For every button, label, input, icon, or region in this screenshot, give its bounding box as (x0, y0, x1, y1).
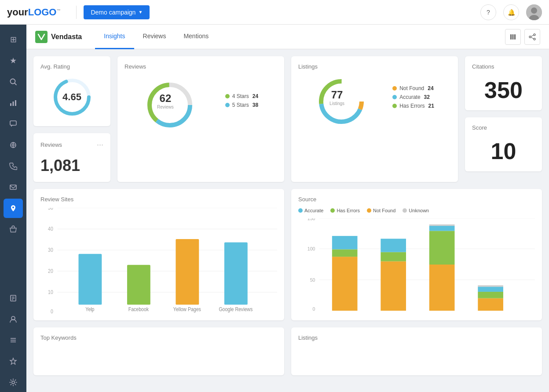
svg-text:20: 20 (48, 269, 53, 274)
listings-bottom-card: Listings (291, 327, 542, 375)
brand-icon (35, 31, 48, 43)
accurate-dot (298, 208, 303, 213)
dashboard: Avg. Rating 4.65 Reviews ··· 1,081 (26, 49, 549, 382)
chevron-down-icon: ▼ (138, 10, 143, 15)
nav-right: ? 🔔 (480, 4, 542, 20)
divider (76, 6, 77, 19)
citations-value: 350 (472, 77, 535, 103)
sidebar-item-user[interactable] (4, 309, 23, 329)
sidebar-item-clipboard[interactable] (4, 288, 23, 308)
svg-text:30: 30 (48, 247, 53, 253)
reviews-chart-title: Reviews (124, 63, 277, 70)
svg-text:100: 100 (307, 246, 315, 252)
main-wrapper: Vendasta Insights Reviews Mentions (26, 25, 549, 382)
score-title: Score (472, 124, 535, 131)
sidebar-item-search[interactable] (4, 72, 23, 91)
listings-bottom-content (298, 346, 535, 368)
logo: yourLOGO™ (7, 7, 60, 18)
svg-rect-8 (10, 121, 16, 125)
svg-text:50: 50 (310, 277, 315, 283)
notifications-button[interactable]: 🔔 (503, 4, 519, 20)
svg-rect-69 (381, 252, 406, 261)
sidebar-item-home[interactable]: ⊞ (4, 30, 23, 49)
score-value: 10 (472, 138, 535, 164)
reviews-chart-card: Reviews 62 Reviews (117, 56, 284, 182)
score-card: Score 10 (465, 117, 542, 171)
svg-point-21 (12, 381, 15, 382)
svg-rect-80 (478, 285, 503, 287)
errors-dot (330, 208, 335, 213)
left-sidebar: ⊞ ★ (0, 25, 26, 382)
tab-insights[interactable]: Insights (95, 25, 134, 49)
svg-point-12 (12, 207, 14, 208)
top-keywords-content (40, 346, 277, 368)
svg-text:150: 150 (307, 218, 315, 221)
source-card: Source Accurate Has Errors Not Found (291, 189, 542, 320)
svg-point-27 (534, 38, 535, 40)
legend-accurate: Accurate 32 (392, 94, 434, 100)
tab-mentions[interactable]: Mentions (175, 25, 217, 49)
review-sites-chart: 50 40 30 20 10 0 Yelp Facebook (40, 208, 277, 313)
reviews-count-title: Reviews (40, 142, 62, 148)
sidebar-item-location[interactable] (4, 199, 23, 218)
svg-text:0: 0 (51, 309, 53, 313)
sidebar-item-reports[interactable] (4, 93, 23, 113)
demo-campaign-button[interactable]: Demo campaign ▼ (84, 5, 150, 19)
reviews-chart-content: 62 Reviews 4 Stars 24 5 Stars (124, 75, 277, 126)
sidebar-item-shop[interactable] (4, 220, 23, 239)
legend-5stars-dot (225, 103, 230, 107)
listings-donut: 77 Listings (315, 75, 359, 119)
svg-rect-51 (127, 265, 150, 305)
tabs: Insights Reviews Mentions (95, 25, 217, 49)
row1: Avg. Rating 4.65 Reviews ··· 1,081 (33, 56, 542, 182)
svg-rect-65 (332, 249, 358, 257)
sidebar-item-plugins[interactable] (4, 352, 23, 371)
tab-reviews[interactable]: Reviews (134, 25, 175, 49)
sidebar-item-comments[interactable] (4, 114, 23, 134)
source-title: Source (298, 196, 535, 203)
svg-rect-79 (478, 287, 503, 292)
top-keywords-title: Top Keywords (40, 334, 277, 341)
legend-5stars: 5 Stars 38 (225, 102, 258, 108)
review-sites-title: Review Sites (40, 196, 277, 203)
unknown-dot (403, 208, 407, 213)
listings-bottom-title: Listings (298, 334, 535, 341)
source-legend-notfound: Not Found (367, 208, 395, 213)
legend-not-found: Not Found 24 (392, 85, 434, 91)
avg-rating-value: 4.65 (62, 91, 81, 103)
sidebar-item-monitor[interactable] (4, 135, 23, 155)
svg-text:10: 10 (48, 290, 53, 295)
listings-content: 77 Listings Not Found 24 Accurate (298, 75, 451, 119)
sidebar-item-phone[interactable] (4, 156, 23, 176)
source-chart: 150 100 50 0 Search Engines (298, 218, 535, 311)
share-button[interactable] (524, 29, 540, 45)
reviews-more-button[interactable]: ··· (97, 140, 103, 149)
avg-rating-card: Avg. Rating 4.65 (33, 56, 110, 126)
reviews-count-header: Reviews ··· (40, 140, 103, 149)
reviews-total: 62 Reviews (157, 92, 174, 109)
top-nav: yourLOGO™ Demo campaign ▼ ? 🔔 (0, 0, 549, 25)
source-legend-accurate: Accurate (298, 208, 323, 213)
sidebar-item-star[interactable]: ★ (4, 51, 23, 70)
columns-button[interactable] (505, 29, 521, 45)
svg-rect-77 (478, 298, 503, 311)
svg-rect-53 (176, 239, 199, 305)
listings-legend: Not Found 24 Accurate 32 Has Errors 21 (392, 85, 434, 109)
reviews-count-value: 1,081 (40, 156, 103, 175)
svg-rect-23 (512, 34, 514, 40)
sub-header: Vendasta Insights Reviews Mentions (26, 25, 549, 49)
help-button[interactable]: ? (480, 4, 496, 20)
legend-4stars-dot (225, 94, 230, 98)
citations-title: Citations (472, 63, 535, 70)
source-legend: Accurate Has Errors Not Found Unknown (298, 208, 535, 213)
svg-rect-78 (478, 292, 503, 298)
sidebar-item-email[interactable] (4, 178, 23, 197)
svg-point-26 (529, 36, 531, 38)
sidebar-item-list[interactable] (4, 330, 23, 350)
sub-header-right (505, 29, 540, 45)
avatar[interactable] (526, 4, 542, 20)
top-keywords-card: Top Keywords (33, 327, 284, 375)
brand-name: Vendasta (51, 33, 82, 41)
sidebar-item-settings[interactable] (4, 373, 23, 382)
svg-rect-73 (429, 231, 455, 265)
